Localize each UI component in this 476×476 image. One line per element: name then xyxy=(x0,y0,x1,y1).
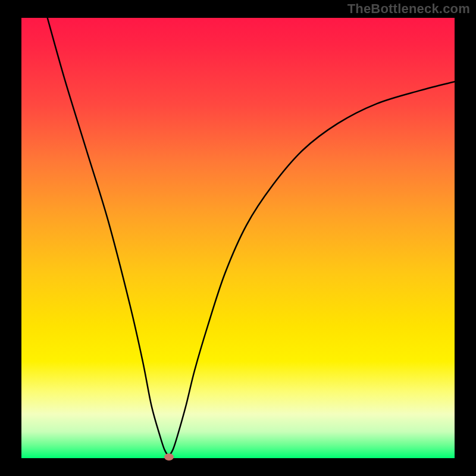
watermark-text: TheBottleneck.com xyxy=(347,1,470,17)
gradient-background xyxy=(21,18,455,458)
plot-area xyxy=(21,18,455,458)
chart-container: TheBottleneck.com xyxy=(0,0,476,476)
optimal-marker xyxy=(164,453,174,461)
